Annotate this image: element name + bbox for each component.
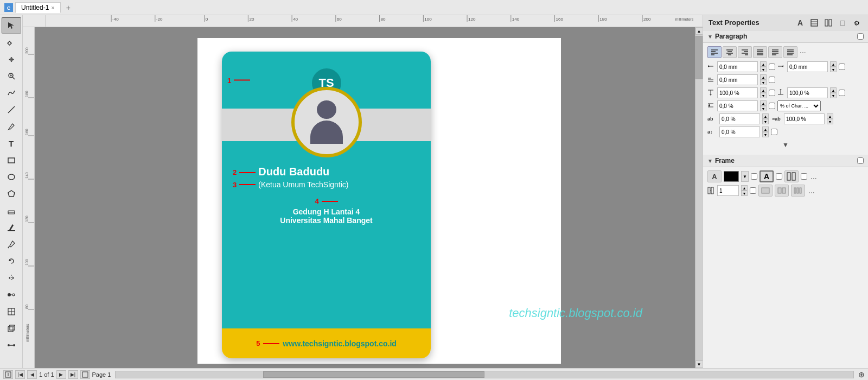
rotate-tool[interactable]	[2, 253, 21, 269]
indent-first-spin[interactable]: ▲▼	[760, 74, 767, 85]
mesh-tool[interactable]	[2, 303, 21, 320]
frame-columns-btn[interactable]	[784, 170, 799, 182]
paragraph-section-header[interactable]: ▼ Paragraph	[703, 30, 868, 43]
more-align-btn[interactable]: ...	[799, 46, 807, 58]
add-page-btn[interactable]	[3, 370, 13, 379]
grid-btn-2[interactable]	[775, 185, 789, 197]
line-tool[interactable]	[2, 102, 21, 118]
annotation-3: 3 (Ketua Umum TechSigntic)	[233, 180, 420, 189]
text-tool[interactable]: T	[2, 135, 21, 151]
indent-first-check[interactable]	[769, 77, 775, 83]
zoom-tool[interactable]	[2, 68, 21, 84]
stretch-input[interactable]	[719, 126, 760, 137]
eyedropper-tool[interactable]	[2, 236, 21, 252]
grid-btn-1[interactable]	[758, 185, 773, 197]
grid-btn-3[interactable]	[791, 185, 805, 197]
tab-close-btn[interactable]: ×	[51, 4, 54, 11]
char-spacing-spin[interactable]: ▲▼	[762, 113, 769, 124]
word-spacing-input[interactable]	[784, 113, 825, 124]
columns-check[interactable]	[750, 187, 756, 194]
scroll-up-btn[interactable]: ▲	[695, 27, 703, 35]
align-justify-btn[interactable]	[753, 46, 767, 58]
h-scrollbar-track[interactable]	[115, 371, 854, 378]
pen-tool[interactable]	[2, 118, 21, 135]
indent-left-input[interactable]	[717, 61, 758, 72]
word-spacing-spin[interactable]: ▲▼	[827, 113, 833, 124]
frame-section-header[interactable]: ▼ Frame	[703, 155, 868, 167]
shape-rect-tool[interactable]	[2, 152, 21, 168]
extrude-tool[interactable]	[2, 320, 21, 337]
connector-tool[interactable]	[2, 337, 21, 353]
frame-checkbox[interactable]	[857, 157, 864, 164]
node-tool[interactable]	[2, 34, 21, 50]
blend-tool[interactable]	[2, 287, 21, 303]
align-force-justify-btn[interactable]	[768, 46, 782, 58]
frame-color-check[interactable]	[751, 173, 757, 180]
indent-first-input[interactable]	[717, 74, 758, 85]
eraser-tool[interactable]	[2, 202, 21, 219]
line-spacing-input[interactable]	[717, 100, 758, 111]
line-spacing-check[interactable]	[769, 103, 775, 109]
space-below-spin[interactable]: ▲▼	[830, 87, 837, 98]
scroll-thumb[interactable]	[695, 36, 703, 79]
pan-tool[interactable]: ✥	[2, 51, 21, 67]
page-options-btn[interactable]	[80, 370, 90, 379]
indent-right-input[interactable]	[787, 61, 828, 72]
space-below-input[interactable]	[787, 87, 828, 98]
more-paragraph-btn[interactable]: ▼	[707, 140, 864, 149]
frame-flow-btn[interactable]: A	[707, 170, 722, 182]
frame-columns-check[interactable]	[801, 173, 807, 180]
space-above-input[interactable]	[717, 87, 758, 98]
indent-left-check[interactable]	[769, 64, 775, 70]
indent-right-check[interactable]	[839, 64, 845, 70]
space-below-check[interactable]	[839, 90, 845, 96]
shape-ellipse-tool[interactable]	[2, 169, 21, 185]
align-right-btn[interactable]	[738, 46, 752, 58]
line-spacing-unit[interactable]: % of Char. ... pt mm	[777, 100, 821, 111]
svg-text:millimeters: millimeters	[25, 324, 29, 342]
pointer-tool[interactable]	[2, 17, 21, 34]
vertical-scrollbar[interactable]: ▲ ▼	[695, 27, 703, 368]
paragraph-checkbox[interactable]	[857, 33, 864, 40]
canvas-scroll[interactable]: 1 TS	[35, 27, 695, 368]
columns-input[interactable]	[717, 185, 739, 196]
panel-icon-A[interactable]: A	[794, 17, 806, 29]
frame-more-btn[interactable]: ...	[809, 172, 818, 181]
mirror-tool[interactable]	[2, 270, 21, 286]
frame-grid-more-btn[interactable]: ...	[807, 186, 816, 195]
scroll-down-btn[interactable]: ▼	[695, 360, 703, 368]
new-tab-btn[interactable]: +	[63, 2, 74, 13]
last-page-btn[interactable]: ▶|	[68, 370, 78, 379]
svg-line-9	[8, 106, 15, 113]
align-left-btn[interactable]	[707, 46, 722, 58]
panel-expand-btn[interactable]: □	[837, 17, 848, 29]
frame-text-check[interactable]	[776, 173, 782, 180]
stretch-check[interactable]	[771, 129, 777, 135]
panel-settings-btn[interactable]: ⚙	[851, 17, 863, 29]
frame-color-dropdown[interactable]: ▼	[741, 171, 749, 182]
space-above-spin[interactable]: ▲▼	[760, 87, 767, 98]
active-tab[interactable]: Untitled-1 ×	[15, 2, 61, 13]
h-scrollbar-thumb[interactable]	[263, 371, 484, 378]
shape-poly-tool[interactable]	[2, 186, 21, 202]
fill-tool[interactable]	[2, 219, 21, 236]
frame-color-swatch[interactable]	[724, 171, 739, 182]
align-center-btn[interactable]	[723, 46, 737, 58]
space-above-check[interactable]	[769, 90, 775, 96]
indent-left-spin[interactable]: ▲▼	[760, 61, 767, 72]
freehand-tool[interactable]	[2, 85, 21, 101]
columns-spin[interactable]: ▲▼	[741, 185, 748, 196]
next-page-btn[interactable]: ▶	[56, 370, 66, 379]
line-spacing-spin[interactable]: ▲▼	[760, 100, 767, 111]
align-full-btn[interactable]	[783, 46, 797, 58]
prev-page-btn[interactable]: ◀	[27, 370, 37, 379]
indent-right-spin[interactable]: ▲▼	[830, 61, 837, 72]
zoom-icon[interactable]: ⊕	[858, 370, 865, 379]
panel-icon-columns[interactable]	[822, 17, 834, 29]
panel-icon-frame[interactable]	[808, 17, 820, 29]
stretch-spin[interactable]: ▲▼	[762, 126, 769, 137]
char-spacing-input[interactable]	[719, 113, 760, 124]
frame-text-btn[interactable]: A	[760, 170, 774, 182]
first-page-btn[interactable]: |◀	[15, 370, 25, 379]
svg-marker-2	[8, 22, 14, 29]
